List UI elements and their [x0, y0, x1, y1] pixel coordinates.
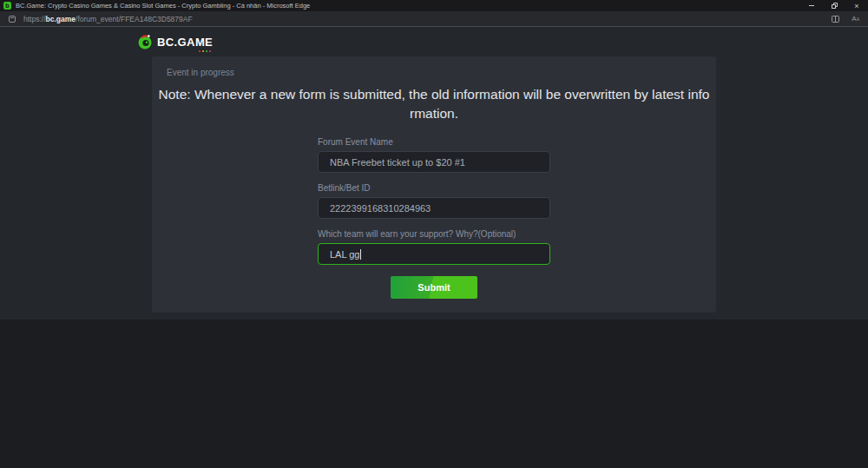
page-content: BC.GAME Event in progress Note: Whenever…: [0, 27, 868, 320]
bc-game-favicon-icon: b: [3, 2, 11, 10]
forum-event-name-label: Forum Event Name: [318, 137, 550, 148]
site-info-icon[interactable]: [9, 16, 16, 23]
close-button[interactable]: ×: [845, 0, 868, 11]
submit-row: Submit: [318, 276, 550, 299]
betlink-id-input[interactable]: 2222399168310284963: [318, 197, 550, 219]
forum-event-name-input[interactable]: NBA Freebet ticket up to $20 #1: [318, 151, 550, 173]
read-aloud-button[interactable]: AA: [852, 16, 859, 23]
minimize-icon: [809, 5, 814, 6]
text-caret: [360, 249, 361, 260]
restore-icon: [832, 3, 838, 9]
window-title: BC.Game: Crypto Casino Games & Casino Sl…: [16, 2, 310, 10]
window-titlebar: b BC.Game: Crypto Casino Games & Casino …: [0, 0, 868, 11]
event-status: Event in progress: [167, 68, 716, 77]
overwrite-note: Note: Whenever a new form is submitted, …: [158, 85, 710, 123]
event-panel: Event in progress Note: Whenever a new f…: [152, 56, 716, 313]
team-support-label: Which team will earn your support? Why?(…: [318, 229, 550, 240]
window-controls: ×: [800, 0, 868, 11]
brand-icon: [137, 34, 153, 49]
team-support-input[interactable]: LAL gg: [318, 243, 550, 265]
address-bar[interactable]: https://bc.game/forum_event/FFEA148C3D58…: [0, 11, 868, 27]
maximize-restore-button[interactable]: [823, 0, 845, 11]
split-screen-button[interactable]: [832, 16, 839, 23]
url-scheme: https://: [23, 15, 46, 23]
url-path: /forum_event/FFEA148C3D5879AF: [76, 15, 193, 23]
site-header: BC.GAME: [0, 27, 868, 48]
addressbar-actions: AA: [832, 16, 859, 23]
brand-text: BC.GAME: [157, 36, 213, 49]
team-support-value: LAL gg: [330, 249, 359, 260]
betlink-id-label: Betlink/Bet ID: [318, 183, 550, 194]
page-url: https://bc.game/forum_event/FFEA148C3D58…: [23, 15, 193, 23]
betlink-id-value: 2222399168310284963: [330, 203, 431, 214]
submit-button[interactable]: Submit: [391, 276, 477, 299]
forum-event-name-value: NBA Freebet ticket up to $20 #1: [330, 157, 465, 168]
bc-game-logo[interactable]: BC.GAME: [137, 34, 213, 49]
minimize-button[interactable]: [800, 0, 823, 11]
festive-lights-decoration: [199, 50, 211, 52]
url-domain: bc.game: [46, 15, 76, 23]
split-screen-icon: [832, 16, 839, 23]
event-form: Forum Event Name NBA Freebet ticket up t…: [318, 137, 550, 299]
